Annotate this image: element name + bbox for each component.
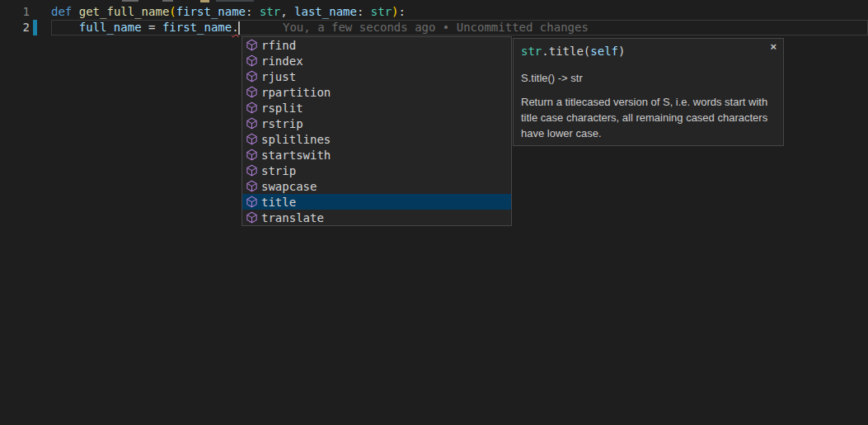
suggestion-label: rsplit xyxy=(261,102,303,115)
suggestion-item[interactable]: rpartition xyxy=(242,84,511,100)
suggestion-item[interactable]: rjust xyxy=(242,68,511,84)
suggestion-label: rstrip xyxy=(261,117,303,130)
line-number: 2 xyxy=(0,20,30,35)
code-line-2[interactable]: 2 full_name = first_name. You, a few sec… xyxy=(0,20,868,35)
docs-signature: str.title(self) xyxy=(521,44,775,59)
suggestion-label: rfind xyxy=(261,39,296,52)
code-editor: 1 def get_full_name(first_name: str, las… xyxy=(0,0,868,425)
autocomplete-dropdown: rfind rindex rjust rpartit xyxy=(242,36,512,226)
suggestion-label: rindex xyxy=(261,54,303,68)
suggestion-label: title xyxy=(261,196,296,209)
suggestion-label: rpartition xyxy=(261,86,331,99)
suggestion-label: swapcase xyxy=(261,180,317,193)
suggestion-item[interactable]: strip xyxy=(242,163,511,178)
text-cursor xyxy=(238,21,240,35)
suggestion-item[interactable]: rindex xyxy=(242,53,511,68)
cut-text-remnant xyxy=(162,0,173,2)
close-icon[interactable]: × xyxy=(770,40,777,54)
line-number: 1 xyxy=(0,4,30,20)
method-icon xyxy=(246,211,258,224)
suggestion-item[interactable]: rstrip xyxy=(242,116,511,131)
method-icon xyxy=(246,39,258,51)
method-icon xyxy=(246,164,258,177)
suggestion-item[interactable]: swapcase xyxy=(242,178,511,194)
cut-text-remnant xyxy=(122,0,138,2)
cut-text-remnant xyxy=(216,0,254,2)
suggestion-item[interactable]: rsplit xyxy=(242,100,511,116)
code-text: full_name = first_name. xyxy=(51,20,239,35)
method-icon xyxy=(246,54,258,67)
suggestion-item[interactable]: rfind xyxy=(242,37,511,53)
suggestion-label: rjust xyxy=(261,70,296,83)
docs-description: Return a titlecased version of S, i.e. w… xyxy=(521,94,778,141)
suggestion-item[interactable]: title xyxy=(242,194,511,210)
suggestion-label: startswith xyxy=(261,149,331,162)
method-icon xyxy=(246,117,258,130)
code-line-1[interactable]: 1 def get_full_name(first_name: str, las… xyxy=(0,4,868,20)
suggestion-item[interactable]: translate xyxy=(242,210,511,225)
suggestion-label: translate xyxy=(261,211,324,224)
suggestion-item[interactable]: startswith xyxy=(242,147,511,163)
cut-text-remnant xyxy=(200,0,209,2)
method-icon xyxy=(246,133,258,145)
method-icon xyxy=(246,70,258,83)
method-icon xyxy=(246,102,258,114)
git-blame-annotation: You, a few seconds ago • Uncommitted cha… xyxy=(283,20,589,35)
suggestion-item[interactable]: splitlines xyxy=(242,131,511,147)
suggestion-label: strip xyxy=(261,164,296,177)
docs-subtitle: S.title() -> str xyxy=(521,72,775,84)
method-icon xyxy=(246,180,258,192)
method-icon xyxy=(246,149,258,161)
gutter-modified-indicator xyxy=(33,20,37,35)
suggestion-docs-popup: str.title(self) × S.title() -> str Retur… xyxy=(513,38,784,146)
method-icon xyxy=(246,86,258,98)
code-text: def get_full_name(first_name: str, last_… xyxy=(51,4,406,20)
suggestion-label: splitlines xyxy=(261,133,331,146)
method-icon xyxy=(246,196,258,208)
